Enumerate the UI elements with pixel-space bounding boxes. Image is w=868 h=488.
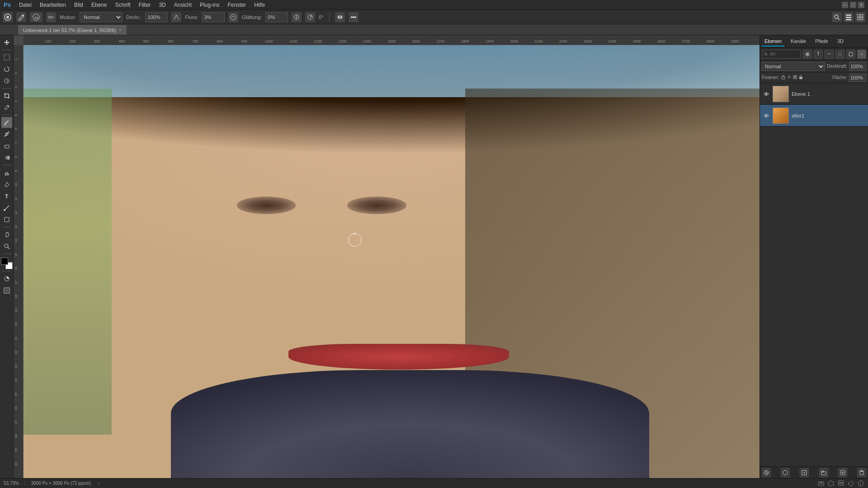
menu-datei[interactable]: Datei [15, 1, 35, 9]
lasso-tool[interactable] [1, 64, 12, 75]
screen-mode[interactable] [1, 285, 12, 296]
brush-tool-icon[interactable] [16, 12, 26, 22]
layer-visibility-ebene1[interactable] [763, 90, 770, 98]
move-tool[interactable] [1, 37, 12, 48]
symmetry-paint[interactable] [335, 12, 345, 22]
svg-line-38 [8, 247, 9, 249]
ruler-left-mark: 29 [14, 448, 18, 452]
menu-ansicht[interactable]: Ansicht [170, 1, 195, 9]
new-layer-group-button[interactable] [819, 468, 828, 477]
layer-visibility-after1[interactable] [763, 112, 770, 119]
rectangular-marquee-tool[interactable] [1, 52, 12, 63]
brush-options-extra[interactable] [349, 12, 359, 22]
tab-close-button[interactable]: × [119, 28, 122, 33]
search-icon[interactable] [832, 12, 842, 22]
menu-plugins[interactable]: Plug-ins [196, 1, 223, 9]
tool-separator-2 [2, 88, 11, 89]
lock-position-icon[interactable] [787, 75, 792, 80]
pen-pressure-opacity[interactable] [171, 12, 181, 22]
ruler-top-mark: 2500 [633, 39, 641, 43]
brush-size-icon[interactable]: 94 [30, 12, 42, 22]
tab-pfade[interactable]: Pfade [812, 37, 831, 47]
new-layer-button[interactable] [838, 468, 847, 477]
type-tool[interactable]: T [1, 191, 12, 202]
workspace-switcher[interactable] [844, 12, 854, 22]
minimize-button[interactable]: — [842, 2, 848, 8]
svg-rect-17 [846, 14, 851, 16]
menu-hilfe[interactable]: Hilfe [250, 1, 269, 9]
tab-3d[interactable]: 3D [835, 37, 846, 47]
menu-3d[interactable]: 3D [155, 1, 169, 9]
arrange-documents[interactable] [855, 12, 865, 22]
menu-ebene[interactable]: Ebene [88, 1, 111, 9]
layer-shape-filter[interactable]: □ [835, 50, 844, 59]
canvas-image[interactable] [24, 45, 760, 478]
lock-all-icon[interactable] [798, 75, 803, 80]
spot-healing-brush-tool[interactable] [1, 117, 12, 128]
layer-smart-filter[interactable] [846, 50, 855, 59]
info-icon[interactable]: i [857, 480, 864, 487]
add-layer-style-button[interactable]: fx [762, 468, 771, 477]
document-tab[interactable]: Unbenannt-1 bei 53,7% (Ebene 1, RGB/8) × [18, 25, 127, 35]
path-selection-tool[interactable] [1, 202, 12, 213]
foreground-color-swatch[interactable] [1, 258, 8, 265]
layer-adjust-filter[interactable] [825, 50, 834, 59]
tool-separator-6 [2, 253, 11, 254]
layers-search-input[interactable] [769, 52, 799, 56]
layer-text-filter[interactable]: T [814, 50, 823, 59]
crop-tool[interactable] [1, 90, 12, 101]
tab-ebenen[interactable]: Ebenen [762, 37, 784, 47]
history-icon[interactable] [847, 480, 854, 487]
quick-selection-tool[interactable] [1, 75, 12, 86]
layer-comp-icon[interactable] [837, 480, 844, 487]
fill-input[interactable] [849, 74, 866, 82]
coverage-input[interactable] [145, 12, 168, 22]
toggle-airbrush[interactable] [46, 12, 56, 22]
angle-input[interactable] [305, 12, 315, 22]
layer-item-ebene1[interactable]: Ebene 1 [760, 83, 868, 105]
hand-tool[interactable] [1, 229, 12, 240]
layer-type-filter[interactable] [803, 50, 812, 59]
layer-filter-toggle[interactable]: ○ [857, 50, 866, 59]
dodge-tool[interactable] [1, 167, 12, 178]
close-button[interactable]: ✕ [858, 2, 864, 8]
ruler-left-mark: 26 [14, 407, 18, 410]
quick-mask-mode[interactable] [1, 273, 12, 284]
lock-artboards-icon[interactable] [793, 75, 797, 80]
shape-tool[interactable] [1, 214, 12, 225]
timeline-icon[interactable] [817, 480, 825, 487]
smoothing-options[interactable] [292, 12, 302, 22]
gradient-tool[interactable] [1, 152, 12, 163]
lock-transparent-icon[interactable] [781, 75, 786, 80]
smoothing-settings[interactable] [228, 12, 238, 22]
brush-cursor [348, 233, 362, 247]
menu-bild[interactable]: Bild [71, 1, 87, 9]
tab-kanaele[interactable]: Kanäle [788, 37, 809, 47]
svg-point-45 [807, 53, 808, 55]
smoothing-input[interactable] [265, 12, 288, 22]
clone-stamp-tool[interactable] [1, 129, 12, 140]
flow-input[interactable] [202, 12, 225, 22]
opacity-label: Deckkraft: [827, 64, 847, 69]
new-fill-layer-button[interactable] [800, 468, 809, 477]
menu-fenster[interactable]: Fenster [224, 1, 250, 9]
add-layer-mask-button[interactable] [781, 468, 790, 477]
layer-item-after1[interactable]: after1 [760, 105, 868, 127]
layer-blend-mode-dropdown[interactable]: Normal Multiplizieren Abwedeln [762, 62, 825, 71]
pen-tool[interactable] [1, 179, 12, 190]
menu-schrift[interactable]: Schrift [112, 1, 134, 9]
eye-right [347, 197, 406, 214]
menu-bearbeiten[interactable]: Bearbeiten [36, 1, 70, 9]
eyedropper-tool[interactable] [1, 102, 12, 113]
3d-icon[interactable] [827, 480, 835, 487]
color-swatches[interactable] [1, 258, 13, 269]
svg-rect-20 [858, 14, 860, 17]
eraser-tool[interactable] [1, 141, 12, 151]
zoom-tool[interactable] [1, 241, 12, 252]
brush-mode-dropdown[interactable]: Normal Multiplizieren Abwedeln [80, 12, 123, 22]
tool-preset-picker[interactable] [3, 12, 13, 22]
delete-layer-button[interactable] [857, 468, 866, 477]
maximize-button[interactable]: □ [850, 2, 856, 8]
menu-filter[interactable]: Filter [135, 1, 155, 9]
opacity-input[interactable] [849, 62, 866, 71]
